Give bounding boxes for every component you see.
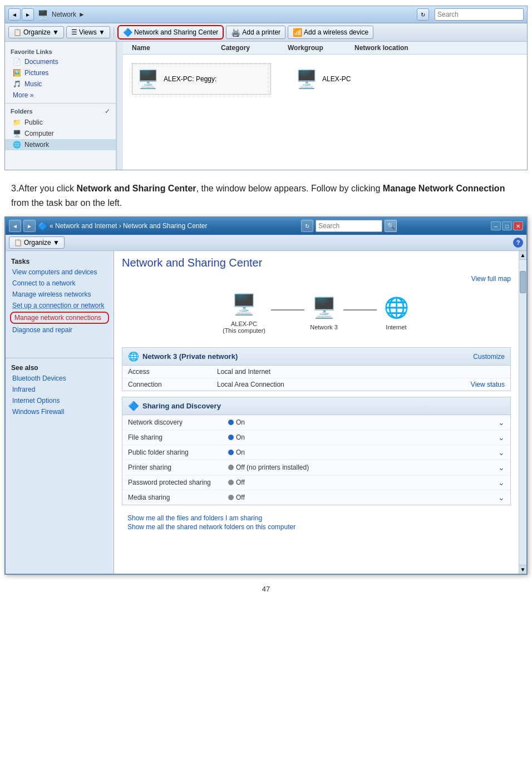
folders-chevron-icon[interactable]: ✓ <box>105 107 110 115</box>
sharing-value-3: Off (no printers installed) <box>228 464 498 471</box>
add-wireless-button[interactable]: 📶 Add a wireless device <box>288 26 373 39</box>
sharing-chevron-1[interactable]: ⌄ <box>498 433 505 442</box>
nsc-window-controls: – □ ✕ <box>491 221 523 230</box>
nsc-search-icon: 🔍 <box>387 222 395 230</box>
nsc-forward-button[interactable]: ► <box>23 220 36 232</box>
globe-map-icon: 🌐 <box>384 296 409 319</box>
maximize-button[interactable]: □ <box>502 221 512 230</box>
view-full-map-link[interactable]: View full map <box>122 275 511 283</box>
sidebar-item-music[interactable]: 🎵 Music <box>5 78 116 90</box>
network-label: Network <box>24 141 49 149</box>
nsc-window: ◄ ► 🔷 « Network and Internet › Network a… <box>4 216 528 575</box>
sidebar-scrollbar[interactable] <box>116 42 123 170</box>
nsc-search-input[interactable] <box>316 220 382 232</box>
toolbar-separator-1 <box>114 27 114 38</box>
sidebar-link-infrared[interactable]: Infrared <box>6 384 114 395</box>
instruction-number: 3 <box>11 184 16 193</box>
folder-item-network[interactable]: 🌐 Network <box>5 139 116 150</box>
network-map-icon: 🖥️ <box>312 296 337 319</box>
nsc-main-panel: Network and Sharing Center View full map… <box>114 251 519 574</box>
network-info-header-text: Network 3 (Private network) <box>142 352 470 361</box>
folder-item-public[interactable]: 📁 Public <box>5 117 116 128</box>
nsc-refresh-icon: ↻ <box>305 223 309 229</box>
refresh-icon: ↻ <box>421 12 425 18</box>
refresh-button[interactable]: ↻ <box>417 8 429 21</box>
nsc-title-left: ◄ ► 🔷 « Network and Internet › Network a… <box>9 220 207 232</box>
scrollbar-up-button[interactable]: ▲ <box>519 251 526 260</box>
organize-button[interactable]: Organize ▼ <box>8 26 64 38</box>
view-status-link[interactable]: View status <box>471 381 505 388</box>
nav-buttons: ◄ ► <box>8 8 34 21</box>
sharing-chevron-4[interactable]: ⌄ <box>498 478 505 487</box>
col-location-header[interactable]: Network location <box>350 44 450 52</box>
sidebar-link-bluetooth[interactable]: Bluetooth Devices <box>6 373 114 384</box>
nsc-scrollbar[interactable]: ▲ ▼ <box>519 251 526 574</box>
nsc-organize-button[interactable]: 📋 Organize ▼ <box>9 236 65 249</box>
network-info-box: 🌐 Network 3 (Private network) Customize … <box>122 347 511 391</box>
search-input[interactable] <box>435 8 524 21</box>
close-button[interactable]: ✕ <box>513 221 523 230</box>
help-button[interactable]: ? <box>513 238 523 248</box>
sidebar-link-view-computers[interactable]: View computers and devices <box>6 267 114 278</box>
forward-button[interactable]: ► <box>22 8 34 21</box>
col-name-header[interactable]: Name <box>127 44 216 52</box>
computer-folder-icon: 🖥️ <box>13 130 21 137</box>
close-icon: ✕ <box>516 223 520 229</box>
folder-item-computer[interactable]: 🖥️ Computer <box>5 128 116 139</box>
sidebar-link-internet-options[interactable]: Internet Options <box>6 395 114 406</box>
sidebar-link-diagnose[interactable]: Diagnose and repair <box>6 324 114 336</box>
explorer-sidebar: Favorite Links 📄 Documents 🖼️ Pictures 🎵… <box>5 42 116 170</box>
sidebar-link-connect[interactable]: Connect to a network <box>6 278 114 289</box>
scrollbar-down-button[interactable]: ▼ <box>519 565 526 574</box>
network-info-header-icon: 🌐 <box>128 351 139 362</box>
map-network-label: Network 3 <box>310 324 338 331</box>
bottom-link-0[interactable]: Show me all the files and folders I am s… <box>127 514 505 522</box>
breadcrumb-network: Network <box>52 11 76 18</box>
tasks-title: Tasks <box>6 255 114 267</box>
sharing-label-0: Network discovery <box>128 418 228 426</box>
folders-title: Folders <box>11 108 33 115</box>
sidebar-link-firewall[interactable]: Windows Firewall <box>6 406 114 417</box>
bottom-link-1[interactable]: Show me all the shared network folders o… <box>127 523 505 531</box>
file-item-alexpc[interactable]: 🖥️ ALEX-PC <box>291 63 413 95</box>
minimize-button[interactable]: – <box>491 221 501 230</box>
nsc-button[interactable]: 🔷 Network and Sharing Center <box>117 25 224 40</box>
nsc-page-title: Network and Sharing Center <box>122 257 511 269</box>
map-internet-label: Internet <box>386 324 406 331</box>
nsc-refresh-button[interactable]: ↻ <box>301 220 313 232</box>
sidebar-item-documents[interactable]: 📄 Documents <box>5 56 116 67</box>
customize-link[interactable]: Customize <box>473 353 505 361</box>
sidebar-item-pictures[interactable]: 🖼️ Pictures <box>5 67 116 78</box>
nsc-toolbar: 📋 Organize ▼ ? <box>6 235 526 251</box>
nsc-content: Tasks View computers and devices Connect… <box>6 251 526 574</box>
main-file-area: Name Category Workgroup Network location… <box>123 42 527 170</box>
more-link[interactable]: More » <box>5 90 116 101</box>
page-number-value: 47 <box>262 585 270 593</box>
see-also-section: See also Bluetooth Devices Infrared Inte… <box>6 358 114 417</box>
sidebar-link-setup[interactable]: Set up a connection or network <box>6 300 114 311</box>
nsc-back-button[interactable]: ◄ <box>9 220 21 232</box>
folders-header: Folders ✓ <box>5 106 116 117</box>
sharing-value-5: Off <box>228 494 498 501</box>
sidebar-link-manage-connections[interactable]: Manage network connections <box>10 312 109 324</box>
sharing-chevron-0[interactable]: ⌄ <box>498 418 505 427</box>
col-workgroup-header[interactable]: Workgroup <box>283 44 350 52</box>
back-button[interactable]: ◄ <box>8 8 21 21</box>
connection-label: Connection <box>128 381 217 388</box>
scrollbar-thumb[interactable] <box>520 271 526 293</box>
sharing-chevron-3[interactable]: ⌄ <box>498 463 505 472</box>
file-item-alexpc-peggy[interactable]: 🖥️ ALEX-PC: Peggy: <box>132 63 271 95</box>
sharing-label-4: Password protected sharing <box>128 479 228 486</box>
sharing-row-2: Public folder sharing On ⌄ <box>122 445 510 460</box>
views-button[interactable]: Views ▼ <box>66 26 110 38</box>
add-printer-button[interactable]: 🖨️ Add a printer <box>226 26 285 39</box>
computer-item2-icon: 🖥️ <box>295 68 318 90</box>
sidebar-link-wireless[interactable]: Manage wireless networks <box>6 289 114 300</box>
network-folder-icon: 🌐 <box>13 141 21 149</box>
map-network-icon: 🖥️ <box>310 294 338 322</box>
sharing-chevron-2[interactable]: ⌄ <box>498 448 505 457</box>
col-category-header[interactable]: Category <box>216 44 283 52</box>
back-icon: ◄ <box>12 12 17 18</box>
sharing-chevron-5[interactable]: ⌄ <box>498 493 505 502</box>
nsc-search-button[interactable]: 🔍 <box>385 220 397 232</box>
